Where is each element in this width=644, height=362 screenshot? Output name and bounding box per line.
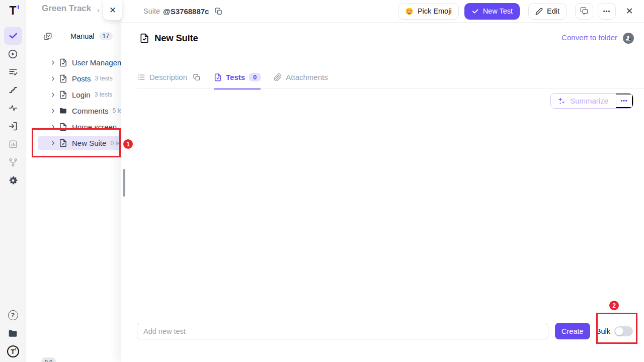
- convert-to-folder-link[interactable]: Convert to folder: [561, 33, 617, 43]
- breadcrumb-chevron-icon: ›: [97, 6, 100, 14]
- rail-item-steps[interactable]: [4, 81, 22, 99]
- tab-tests-label: Tests: [226, 73, 245, 81]
- ellipsis-icon: •••: [603, 8, 611, 14]
- suites-tree-panel: Green Track › Manual 17 Automated User M…: [26, 0, 121, 362]
- rail-item-results[interactable]: [4, 63, 22, 81]
- comments-button[interactable]: [575, 3, 593, 20]
- summarize-more-button[interactable]: •••: [616, 94, 633, 108]
- tree-row-count: 3 tests: [95, 75, 113, 82]
- chevron-right-icon[interactable]: [50, 75, 56, 82]
- star-struck-emoji: [405, 7, 414, 16]
- chevron-right-icon[interactable]: [50, 140, 56, 146]
- suite-title: New Suite: [154, 33, 198, 44]
- copy-icon: [193, 73, 201, 81]
- add-new-test-input[interactable]: [137, 323, 548, 339]
- rail-item-import[interactable]: [4, 117, 22, 135]
- folder-icon: [59, 107, 67, 115]
- tree-row-label: Home screen: [72, 123, 117, 131]
- tab-manual[interactable]: Manual: [70, 32, 95, 40]
- check-icon: [8, 31, 18, 41]
- tree-row-comments[interactable]: Comments 5 tests: [26, 103, 121, 119]
- chevron-right-icon[interactable]: [50, 59, 56, 66]
- more-actions-button[interactable]: •••: [598, 3, 616, 20]
- annotation-badge-1: 1: [123, 139, 133, 149]
- tab-description[interactable]: Description: [137, 66, 201, 89]
- tree-row-label: Comments: [72, 107, 109, 115]
- ellipsis-icon: •••: [621, 98, 628, 104]
- app-rail: T ? T: [0, 0, 26, 362]
- panel-divider: [26, 46, 121, 46]
- file-check-icon: [59, 139, 67, 147]
- summarize-label: Summarize: [570, 97, 608, 105]
- file-check-icon: [139, 33, 149, 43]
- tab-description-label: Description: [149, 73, 187, 81]
- branch-icon: [8, 157, 18, 167]
- panel-close-button[interactable]: ✕: [103, 0, 122, 20]
- tab-tests[interactable]: Tests 0: [214, 66, 261, 89]
- new-test-label: New Test: [483, 7, 513, 15]
- assignee-avatar[interactable]: [623, 33, 634, 44]
- copy-icon: [214, 7, 223, 16]
- file-check-icon: [59, 74, 67, 83]
- file-check-icon: [214, 73, 222, 81]
- app-logo[interactable]: T: [4, 2, 22, 20]
- results-list-icon: [8, 67, 18, 77]
- file-icon: [59, 123, 67, 131]
- tree-row-label: Login: [72, 90, 91, 99]
- rail-item-analytics[interactable]: [4, 135, 22, 153]
- suite-header: Suite @S3768887c Pick Emoji New Test Edi…: [121, 0, 644, 23]
- suites-tree: User Management Posts 3 tests Login 3 te…: [26, 54, 121, 150]
- add-test-footer: Create Bulk: [137, 323, 633, 339]
- analytics-icon: [8, 139, 18, 149]
- tree-row-user-management[interactable]: User Management: [26, 54, 121, 70]
- manual-count-badge: 17: [99, 32, 113, 40]
- check-icon: [471, 8, 479, 15]
- tests-count-badge: 0: [249, 73, 261, 81]
- project-title[interactable]: Green Track: [42, 4, 91, 14]
- tree-row-posts[interactable]: Posts 3 tests: [26, 70, 121, 86]
- panel-resize-handle[interactable]: [123, 169, 125, 197]
- rail-item-tests[interactable]: [4, 27, 22, 45]
- tree-row-home-screen[interactable]: Home screen 3 tests: [26, 119, 121, 135]
- close-suite-button[interactable]: ✕: [623, 4, 636, 19]
- pick-emoji-button[interactable]: Pick Emoji: [398, 3, 459, 20]
- description-list-icon: [137, 73, 145, 81]
- copy-check-icon: [43, 32, 52, 41]
- tree-row-new-suite[interactable]: New Suite 0 tests: [38, 136, 121, 150]
- summarize-button[interactable]: Summarize: [551, 94, 616, 108]
- toggle-knob: [615, 327, 623, 335]
- suite-type-label: Suite: [143, 7, 160, 15]
- tab-attachments[interactable]: Attachments: [274, 66, 328, 89]
- copy-suite-id-button[interactable]: [214, 7, 223, 16]
- new-test-button[interactable]: New Test: [464, 3, 520, 20]
- chevron-right-icon[interactable]: [50, 108, 56, 114]
- rail-item-projects[interactable]: [4, 324, 22, 342]
- suite-title-row: New Suite Convert to folder: [121, 31, 644, 46]
- paperclip-icon: [274, 73, 282, 81]
- bulk-label: Bulk: [596, 327, 610, 335]
- chevron-right-icon[interactable]: [50, 124, 56, 130]
- pick-emoji-label: Pick Emoji: [418, 7, 452, 15]
- file-check-icon: [59, 90, 67, 99]
- rail-item-pulse[interactable]: [4, 99, 22, 117]
- multi-select-button[interactable]: [43, 32, 52, 41]
- bulk-toggle[interactable]: [614, 326, 633, 336]
- rail-item-profile[interactable]: T: [4, 342, 22, 360]
- rail-item-runs[interactable]: [4, 45, 22, 63]
- rail-item-help[interactable]: ?: [4, 306, 22, 324]
- tab-attachments-label: Attachments: [286, 73, 328, 81]
- suite-id: @S3768887c: [163, 7, 209, 16]
- rail-item-settings[interactable]: [4, 171, 22, 190]
- summarize-group: Summarize •••: [550, 93, 633, 109]
- chevron-right-icon[interactable]: [50, 92, 56, 98]
- tree-row-label: Posts: [72, 74, 91, 83]
- tree-row-login[interactable]: Login 3 tests: [26, 86, 121, 103]
- edit-button[interactable]: Edit: [528, 3, 567, 20]
- profile-icon: T: [7, 345, 19, 357]
- copy-description-button[interactable]: [193, 73, 201, 81]
- import-icon: [8, 121, 18, 131]
- create-button[interactable]: Create: [555, 323, 590, 339]
- rail-item-branches[interactable]: [4, 153, 22, 171]
- logo-t-icon: T: [9, 5, 16, 17]
- steps-icon: [8, 85, 18, 95]
